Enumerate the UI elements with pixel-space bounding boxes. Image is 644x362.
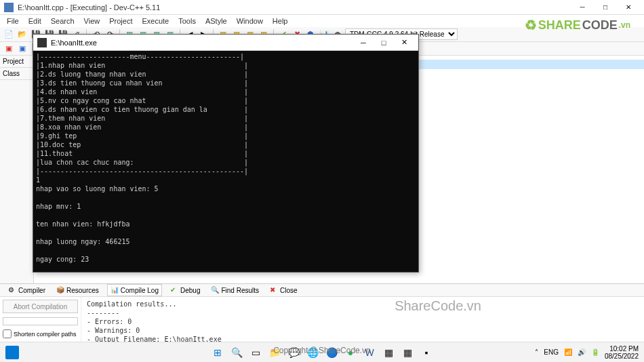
- tab-close[interactable]: ✖Close: [267, 285, 300, 296]
- compile-progress: [3, 317, 78, 325]
- bottom-tabs: ⚙Compiler 📦Resources 📊Compile Log ✔Debug…: [0, 284, 644, 297]
- resources-tab-icon: 📦: [56, 286, 64, 294]
- find-tab-icon: 🔍: [211, 286, 219, 294]
- copyright-text: Copyright © ShareCode.vn: [273, 346, 371, 355]
- minimize-button[interactable]: ─: [571, 0, 594, 15]
- console-app-icon: [37, 38, 47, 47]
- new-file-icon[interactable]: 📄: [3, 28, 15, 41]
- app-icon: [4, 3, 14, 12]
- devcpp-taskbar-icon[interactable]: ▦: [400, 345, 415, 360]
- widgets-icon[interactable]: [5, 346, 19, 359]
- tray-clock[interactable]: 10:02 PM 08/25/2022: [605, 345, 639, 360]
- maximize-button[interactable]: □: [594, 0, 617, 15]
- watermark-text: ShareCode.vn: [395, 298, 481, 314]
- window-title: E:\hoanItt.cpp - [Executing] - Dev-C++ 5…: [18, 3, 571, 12]
- abort-compilation-button[interactable]: Abort Compilation: [3, 300, 78, 313]
- close-tab-icon: ✖: [270, 286, 278, 294]
- tray-lang[interactable]: ENG: [544, 348, 559, 356]
- menu-project[interactable]: Project: [105, 16, 136, 26]
- start-icon[interactable]: ⊞: [210, 345, 225, 360]
- console-window: E:\hoanItt.exe ─ □ ✕ |------------------…: [33, 34, 419, 273]
- menu-tools[interactable]: Tools: [174, 16, 200, 26]
- menu-window[interactable]: Window: [233, 16, 267, 26]
- console-output[interactable]: |----------------------menu-------------…: [33, 51, 418, 272]
- recycle-icon: ♻: [525, 17, 537, 33]
- watermark-logo: ♻ SHARECODE.vn: [525, 17, 630, 33]
- goto-icon[interactable]: ▣: [3, 43, 15, 55]
- compiler-tab-icon: ⚙: [8, 286, 16, 294]
- volume-icon[interactable]: 🔊: [578, 348, 586, 356]
- console-close-button[interactable]: ✕: [394, 36, 414, 49]
- bookmark-icon[interactable]: ▣: [16, 43, 28, 55]
- bottom-panel: ⚙Compiler 📦Resources 📊Compile Log ✔Debug…: [0, 283, 644, 351]
- console-titlebar[interactable]: E:\hoanItt.exe ─ □ ✕: [33, 35, 418, 51]
- system-tray: ˄ ENG 📶 🔊 🔋 10:02 PM 08/25/2022: [535, 345, 639, 360]
- shorten-paths-checkbox[interactable]: Shorten compiler paths: [3, 329, 78, 338]
- menu-astyle[interactable]: AStyle: [201, 16, 231, 26]
- console-maximize-button[interactable]: □: [374, 36, 394, 49]
- menu-help[interactable]: Help: [268, 16, 292, 26]
- tab-classes[interactable]: Class: [0, 68, 33, 80]
- search-icon[interactable]: 🔍: [229, 345, 244, 360]
- terminal-icon[interactable]: ▪: [419, 345, 434, 360]
- wifi-icon[interactable]: 📶: [564, 348, 572, 356]
- tab-compile-log[interactable]: 📊Compile Log: [107, 284, 162, 296]
- menu-execute[interactable]: Execute: [138, 16, 173, 26]
- ide-titlebar: E:\hoanItt.cpp - [Executing] - Dev-C++ 5…: [0, 0, 644, 15]
- task-view-icon[interactable]: ▭: [248, 345, 263, 360]
- console-title-text: E:\hoanItt.exe: [51, 39, 353, 47]
- console-minimize-button[interactable]: ─: [353, 36, 374, 49]
- tab-debug[interactable]: ✔Debug: [167, 285, 203, 296]
- menu-edit[interactable]: Edit: [24, 16, 45, 26]
- close-button[interactable]: ✕: [617, 0, 640, 15]
- log-tab-icon: 📊: [110, 286, 119, 294]
- sidebar: Project Class: [0, 56, 34, 283]
- tab-resources[interactable]: 📦Resources: [54, 285, 102, 296]
- debug-tab-icon: ✔: [170, 286, 178, 294]
- menu-search[interactable]: Search: [47, 16, 79, 26]
- tab-find-results[interactable]: 🔍Find Results: [208, 285, 262, 296]
- app-icon-1[interactable]: ▦: [381, 345, 396, 360]
- battery-icon[interactable]: 🔋: [591, 348, 599, 356]
- open-icon[interactable]: 📂: [16, 28, 28, 41]
- menu-view[interactable]: View: [80, 16, 104, 26]
- tab-compiler[interactable]: ⚙Compiler: [5, 285, 48, 296]
- tab-project[interactable]: Project: [0, 56, 33, 68]
- tray-chevron-icon[interactable]: ˄: [535, 348, 538, 356]
- menu-file[interactable]: File: [3, 16, 23, 26]
